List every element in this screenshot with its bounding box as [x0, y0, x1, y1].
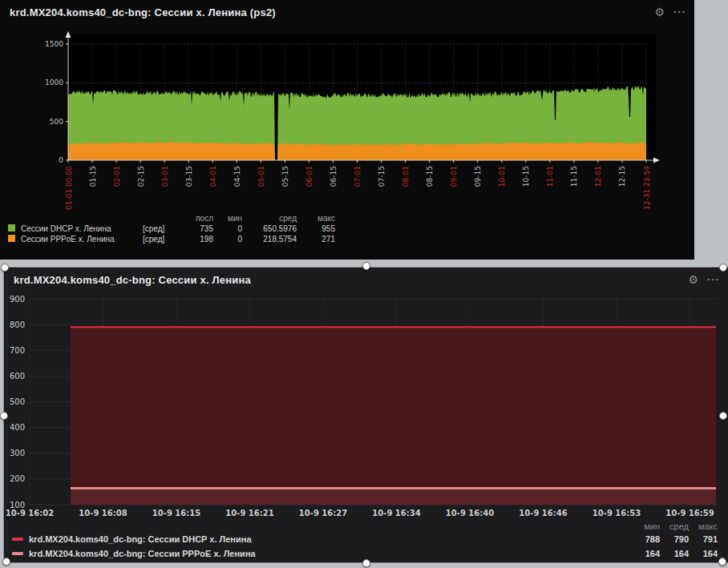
y-tick-label: 1000 [45, 79, 63, 87]
series-min: 0 [213, 224, 242, 234]
panel-title: krd.MX204.koms40_dc-bng: Сессии х. Ленин… [14, 274, 251, 286]
pppoe-fill [71, 488, 716, 505]
legend-col-max: макс [689, 521, 718, 532]
gear-icon[interactable]: ⚙ [688, 274, 698, 285]
panel-bottom-header: krd.MX204.koms40_dc-bng: Сессии х. Ленин… [4, 268, 728, 288]
panel-top: krd.MX204.koms40_dc-bng: Сессии х. Ленин… [0, 0, 694, 260]
panel-title: krd.MX204.koms40_dc-bng: Сессии х. Ленин… [10, 6, 276, 18]
y-tick-label: 300 [10, 449, 25, 457]
x-tick-label: 10-9 16:27 [299, 509, 347, 518]
series-avg: 790 [660, 534, 689, 544]
x-tick-label: 02-15 [137, 166, 145, 187]
panel-actions: ⚙ ⋯ [688, 273, 720, 286]
series-avg: 218.5754 [242, 234, 297, 244]
bottom-legend: мин сред макс krd.MX204.koms40_dc-bng: С… [12, 521, 718, 561]
legend-col-avg: сред [242, 213, 297, 224]
x-tick-label: 10-15 [522, 166, 530, 187]
y-tick-label: 100 [10, 501, 25, 510]
x-tick-label: 10-9 16:53 [593, 509, 641, 518]
dhcp-fill [71, 327, 716, 505]
x-tick-label: 03-15 [185, 166, 193, 187]
x-tick-label: 10-9 16:21 [225, 509, 273, 518]
series-agg: [сред] [143, 224, 175, 234]
y-tick-label: 900 [10, 295, 25, 304]
x-tick-label: 03-01 [161, 166, 169, 187]
x-tick-label: 10-9 16:46 [519, 509, 567, 518]
resize-handle-bottom-right[interactable] [718, 558, 726, 566]
legend-row-pppoe: Сессии PPPoE х. Ленина [сред] 198 0 218.… [8, 234, 335, 244]
x-tick-label: 01-01 00:00 [65, 166, 73, 210]
ellipsis-menu-icon[interactable]: ⋯ [673, 6, 686, 18]
ellipsis-menu-icon[interactable]: ⋯ [706, 273, 720, 286]
x-tick-label: 05-01 [257, 166, 265, 187]
resize-handle-middle-right[interactable] [719, 412, 727, 420]
series-color-swatch [12, 552, 23, 555]
x-tick-label: 04-15 [233, 166, 241, 187]
x-tick-label: 10-9 16:15 [152, 509, 200, 518]
series-max: 164 [689, 549, 718, 558]
legend-col-min: мин [631, 521, 660, 532]
resize-handle-top-left[interactable] [1, 264, 9, 272]
panel-top-header: krd.MX204.koms40_dc-bng: Сессии х. Ленин… [0, 0, 694, 21]
resize-handle-top-right[interactable] [719, 264, 727, 272]
x-tick-label: 10-9 16:02 [6, 509, 54, 518]
y-tick-label: 0 [59, 156, 63, 164]
panel-actions: ⚙ ⋯ [654, 6, 686, 18]
x-tick-label: 10-01 [498, 166, 506, 187]
legend-row-dhcp: krd.MX204.koms40_dc-bng: Сессии DHCP х. … [12, 532, 718, 546]
panel-bottom: krd.MX204.koms40_dc-bng: Сессии х. Ленин… [4, 268, 728, 562]
series-min: 788 [631, 534, 660, 544]
x-tick-label: 09-01 [450, 166, 458, 187]
x-tick-label: 10-9 16:08 [79, 509, 127, 518]
x-tick-label: 06-01 [305, 166, 313, 187]
series-label[interactable]: Сессии DHCP х. Ленина [21, 224, 143, 234]
series-avg: 164 [660, 549, 689, 558]
y-tick-label: 500 [10, 397, 25, 406]
gear-icon[interactable]: ⚙ [654, 6, 665, 18]
resize-handle-bottom-left[interactable] [2, 558, 10, 566]
series-max: 955 [297, 224, 335, 234]
series-max: 791 [689, 534, 718, 544]
series-label[interactable]: krd.MX204.koms40_dc-bng: Сессии DHCP х. … [29, 534, 252, 544]
x-tick-label: 05-15 [281, 166, 289, 187]
x-tick-label: 10-9 16:34 [372, 509, 420, 518]
series-avg: 650.5976 [242, 224, 297, 234]
resize-handle-middle-left[interactable] [0, 412, 8, 420]
y-tick-label: 500 [50, 118, 63, 126]
series-last: 735 [175, 224, 213, 234]
x-tick-label: 06-15 [330, 166, 338, 187]
dashboard-workspace: { "icons": { "gear": "⚙", "menu": "⋯" },… [0, 0, 728, 568]
x-tick-label: 09-15 [474, 166, 482, 187]
x-tick-label: 12-01 [594, 166, 602, 187]
series-label[interactable]: Сессии PPPoE х. Ленина [21, 234, 143, 244]
resize-handle-top-center[interactable] [362, 262, 370, 270]
series-color-swatch [12, 538, 23, 541]
legend-col-max: макс [297, 213, 335, 224]
legend-col-min: мин [213, 213, 242, 224]
x-tick-label: 07-01 [354, 166, 362, 187]
x-tick-label: 08-01 [402, 166, 410, 187]
x-tick-label: 10-9 16:59 [665, 509, 714, 518]
series-color-swatch [8, 235, 15, 242]
top-chart[interactable]: 05001000150001-01 00:0001-1502-0102-1503… [0, 22, 694, 213]
legend-col-last: посл [175, 213, 213, 224]
series-max: 271 [297, 234, 335, 244]
series-color-swatch [8, 224, 15, 232]
series-label[interactable]: krd.MX204.koms40_dc-bng: Сессии PPPoE х.… [29, 549, 256, 558]
y-tick-label: 400 [10, 423, 25, 432]
legend-col-avg: сред [660, 521, 689, 532]
series-min: 164 [631, 549, 660, 558]
top-legend: посл мин сред макс Сессии DHCP х. Ленина… [8, 213, 335, 244]
y-tick-label: 700 [10, 346, 25, 355]
x-tick-label: 12-15 [618, 166, 626, 187]
bottom-chart[interactable]: 90080070060050040030020010010-9 16:0210-… [4, 288, 728, 522]
x-tick-label: 11-15 [570, 166, 578, 187]
series-min: 0 [213, 234, 242, 244]
x-tick-label: 07-15 [378, 166, 386, 187]
x-tick-label: 01-15 [89, 166, 97, 187]
legend-header-row: мин сред макс [12, 521, 718, 532]
x-tick-label: 11-01 [546, 166, 554, 187]
x-tick-label: 10-9 16:40 [446, 509, 494, 518]
x-tick-label: 04-01 [209, 166, 217, 187]
resize-handle-bottom-center[interactable] [362, 559, 370, 567]
